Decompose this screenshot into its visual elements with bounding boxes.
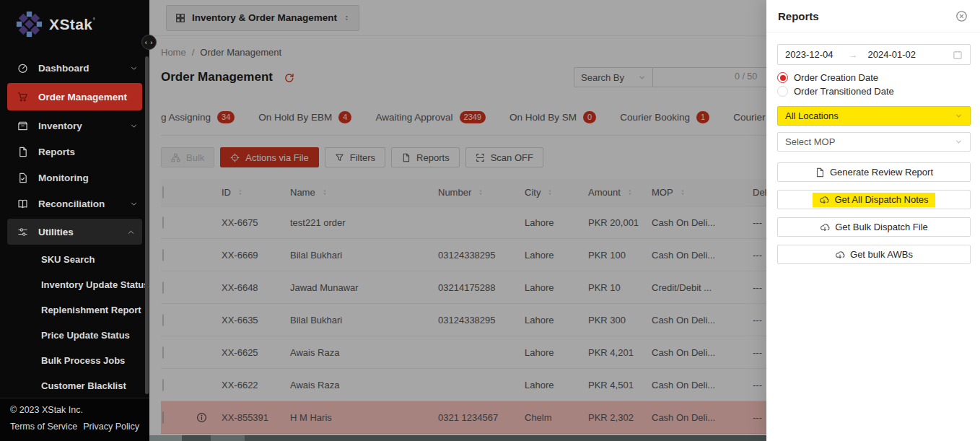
tab-badge: 0 [583, 111, 596, 123]
radio-order-transitioned-date[interactable]: Order Transitioned Date [777, 86, 971, 97]
sidebar-scrollbar[interactable] [145, 56, 149, 394]
cell-city: Chelm [525, 412, 588, 423]
select-all-checkbox[interactable] [162, 186, 164, 198]
sidebar-item-utilities[interactable]: Utilities [7, 219, 142, 245]
tab-on-hold-by-sm[interactable]: On Hold By SM0 [509, 100, 596, 135]
column-header-name[interactable]: Name [290, 187, 438, 198]
location-select-value: All Locations [785, 110, 839, 121]
cloud-download-icon [835, 250, 845, 260]
refresh-icon[interactable] [284, 72, 294, 83]
location-select[interactable]: All Locations [777, 106, 971, 126]
column-header-mop[interactable]: MOP [652, 187, 728, 198]
sidebar-item-order-management[interactable]: Order Management [7, 83, 142, 110]
radio-label: Order Transitioned Date [794, 86, 894, 97]
cell-name: Bilal Bukhari [290, 250, 438, 261]
date-from: 2023-12-04 [785, 49, 834, 60]
cluster-icon [171, 153, 180, 162]
search-by-label: Search By [581, 72, 624, 83]
bulk-button[interactable]: Bulk [161, 147, 214, 167]
brand-name: XStakʼ [49, 16, 95, 33]
aim-icon [230, 153, 240, 162]
row-checkbox[interactable] [162, 314, 164, 326]
generate-review-report-button[interactable]: Generate Review Report [777, 162, 971, 182]
column-header-label: ID [222, 187, 231, 198]
row-checkbox[interactable] [162, 249, 164, 261]
sidebar-item-inventory[interactable]: Inventory [0, 113, 149, 139]
sidebar-subitem-price-update-status[interactable]: Price Update Status [0, 323, 149, 348]
column-header-label: Amount [588, 187, 621, 198]
date-range-picker[interactable]: 2023-12-04 → 2024-01-02 [777, 44, 971, 65]
sidebar-subitem-bulk-process-jobs[interactable]: Bulk Process Jobs [0, 348, 149, 373]
get-bulk-awbs-button[interactable]: Get bulk AWBs [777, 245, 971, 264]
tab-awaiting-approval[interactable]: Awaiting Approval2349 [375, 100, 486, 135]
get-all-dispatch-notes-button[interactable]: Get All Dispatch Notes [777, 190, 971, 209]
button-label: Scan OFF [491, 152, 533, 163]
column-header-city[interactable]: City [525, 187, 588, 198]
book-icon [17, 198, 28, 209]
reports-drawer: Reports 2023-12-04 → 2024-01-02 Order Cr… [766, 0, 980, 441]
sidebar-item-monitoring[interactable]: Monitoring [0, 165, 149, 191]
sidebar-nav: DashboardOrder ManagementInventoryReport… [0, 55, 149, 398]
workspace-select[interactable]: Inventory & Order Management [166, 5, 359, 31]
sidebar-subitem-inventory-update-status[interactable]: Inventory Update Status [0, 272, 149, 297]
page-title: Order Management [161, 70, 273, 84]
cell-id: XX-6669 [222, 250, 290, 261]
tab-badge: 34 [217, 111, 235, 123]
appstore-icon [175, 13, 185, 23]
breadcrumb-current: Order Management [200, 47, 281, 58]
drawer-title: Reports [778, 10, 819, 22]
sidebar-subitem-customer-blacklist[interactable]: Customer Blacklist [0, 373, 149, 398]
sidebar-item-label: Reconciliation [38, 198, 105, 209]
row-checkbox[interactable] [162, 346, 164, 359]
sidebar-item-label: Inventory [38, 121, 82, 131]
column-header-id[interactable]: ID [222, 187, 290, 198]
column-header-label: City [525, 187, 541, 198]
cloud-download-icon [820, 222, 830, 232]
actions-via-file-button[interactable]: Actions via File [220, 147, 318, 167]
tab-on-hold-by-ebm[interactable]: On Hold By EBM4 [258, 100, 351, 135]
sidebar-collapse-toggle[interactable]: ‹ › [141, 35, 157, 50]
get-bulk-dispatch-file-button[interactable]: Get Bulk Dispatch File [777, 217, 971, 237]
breadcrumb-home[interactable]: Home [161, 47, 186, 58]
file-icon [17, 147, 28, 157]
close-circle-icon[interactable] [955, 10, 968, 22]
mop-select[interactable]: Select MOP [777, 132, 971, 152]
cell-amount: PKR 2,302 [588, 412, 652, 423]
cell-amount: PKR 100 [588, 250, 652, 261]
scan-off-button[interactable]: Scan OFF [465, 147, 543, 167]
privacy-policy-link[interactable]: Privacy Policy [83, 422, 139, 432]
sidebar-subitem-replenishment-report[interactable]: Replenishment Report [0, 297, 149, 323]
sidebar-subitem-sku-search[interactable]: SKU Search [0, 247, 149, 272]
radio-circle[interactable] [777, 72, 788, 83]
scrollbar-thumb[interactable] [211, 435, 245, 441]
row-select-cell [161, 380, 188, 390]
tab-courier-booking[interactable]: Courier Booking1 [620, 100, 709, 135]
filters-button[interactable]: Filters [325, 147, 385, 167]
sidebar-item-dashboard[interactable]: Dashboard [0, 55, 149, 81]
breadcrumb-separator: / [192, 47, 195, 58]
tab-g-assigning[interactable]: g Assigning34 [161, 100, 235, 135]
radio-circle[interactable] [777, 86, 788, 97]
cell-id: XX-6675 [222, 217, 290, 228]
sidebar-item-label: Utilities [38, 227, 74, 237]
cell-id: XX-6648 [222, 282, 290, 293]
column-header-label: MOP [652, 187, 673, 198]
row-checkbox[interactable] [162, 411, 164, 424]
row-checkbox[interactable] [162, 217, 164, 229]
sidebar-item-reports[interactable]: Reports [0, 139, 149, 165]
reports-button[interactable]: Reports [391, 147, 460, 167]
row-checkbox[interactable] [162, 379, 164, 391]
cell-number: 0321 1234567 [438, 412, 525, 423]
column-header-number[interactable]: Number [438, 187, 525, 198]
search-by-select[interactable]: Search By [574, 67, 653, 87]
workspace-label: Inventory & Order Management [192, 12, 337, 23]
cell-id: XX-855391 [222, 412, 290, 423]
terms-of-service-link[interactable]: Terms of Service [10, 422, 77, 432]
radio-order-creation-date[interactable]: Order Creation Date [777, 72, 971, 83]
chevron-down-icon [130, 122, 138, 130]
sidebar-item-reconciliation[interactable]: Reconciliation [0, 191, 149, 217]
row-select-cell [161, 282, 188, 293]
row-checkbox[interactable] [162, 281, 164, 294]
filter-icon [335, 153, 344, 162]
column-header-amount[interactable]: Amount [588, 187, 652, 198]
